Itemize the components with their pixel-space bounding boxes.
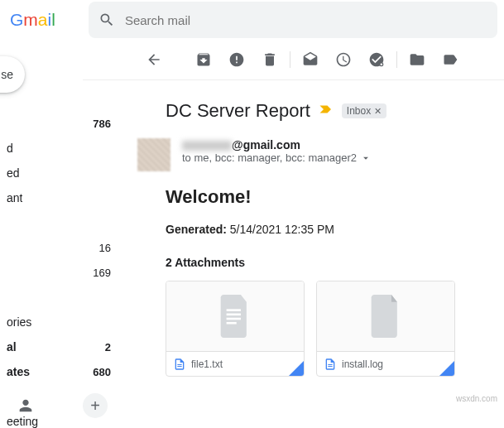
chevron-down-icon[interactable] [360,152,372,164]
spam-button[interactable] [220,43,253,76]
important-marker[interactable] [319,103,334,118]
archive-button[interactable] [187,43,220,76]
gmail-logo[interactable]: Gmail [10,10,55,30]
attachments-title: 2 Attachments [166,256,479,269]
label-button[interactable] [434,43,467,76]
generated-line: Generated: 5/14/2021 12:35 PM [166,223,479,236]
sidebar-item[interactable]: ant [0,185,124,210]
svg-rect-1 [227,309,241,311]
person-icon[interactable] [17,397,35,415]
sidebar: se 786dedant16169oriesal2ates680eetingme… [0,40,124,428]
sidebar-item[interactable]: al2 [0,334,124,359]
search-box[interactable] [89,2,497,38]
svg-rect-2 [227,314,241,316]
download-corner[interactable] [289,361,304,376]
attachment-card[interactable]: file1.txt [166,281,305,377]
avatar [137,138,170,171]
svg-rect-8 [328,366,332,367]
sidebar-item[interactable]: 786 [0,111,124,136]
sidebar-item[interactable]: ories [0,310,124,334]
sidebar-item[interactable] [0,285,124,310]
attachment-filename: file1.txt [191,358,297,370]
sender-address: @gmail.com [182,138,372,151]
inbox-label-chip[interactable]: Inbox✕ [342,103,386,118]
search-input[interactable] [125,13,487,27]
sidebar-item[interactable] [0,210,124,235]
attachment-preview [166,281,304,351]
svg-rect-6 [177,366,181,367]
attachment-preview [317,281,454,351]
svg-rect-4 [227,322,237,325]
download-corner[interactable] [439,361,454,376]
close-icon[interactable]: ✕ [374,106,382,117]
back-button[interactable] [137,43,170,76]
delete-button[interactable] [253,43,286,76]
file-icon [173,358,186,371]
recipients-line[interactable]: to me, bcc: manager, bcc: manager2 [182,151,372,164]
attachment-card[interactable]: install.log [316,281,455,377]
file-icon [324,358,337,371]
new-chat-button[interactable]: + [83,393,108,418]
sidebar-item[interactable]: d [0,136,124,161]
sidebar-item[interactable]: ates680 [0,359,124,384]
attachment-filename: install.log [342,358,448,370]
move-button[interactable] [401,43,434,76]
toolbar [124,40,504,79]
email-subject: DC Server Report [166,100,310,122]
body-heading: Welcome! [166,186,479,208]
sidebar-item[interactable]: ed [0,161,124,185]
add-task-button[interactable] [360,43,393,76]
watermark: wsxdn.com [456,394,497,403]
search-icon [98,12,115,28]
mark-unread-button[interactable] [294,43,327,76]
compose-button[interactable]: se [0,56,25,93]
sidebar-item[interactable]: 169 [0,260,124,285]
sidebar-item[interactable]: 16 [0,235,124,260]
svg-rect-5 [177,364,181,365]
snooze-button[interactable] [327,43,360,76]
svg-rect-3 [227,318,241,320]
svg-rect-7 [328,364,332,365]
